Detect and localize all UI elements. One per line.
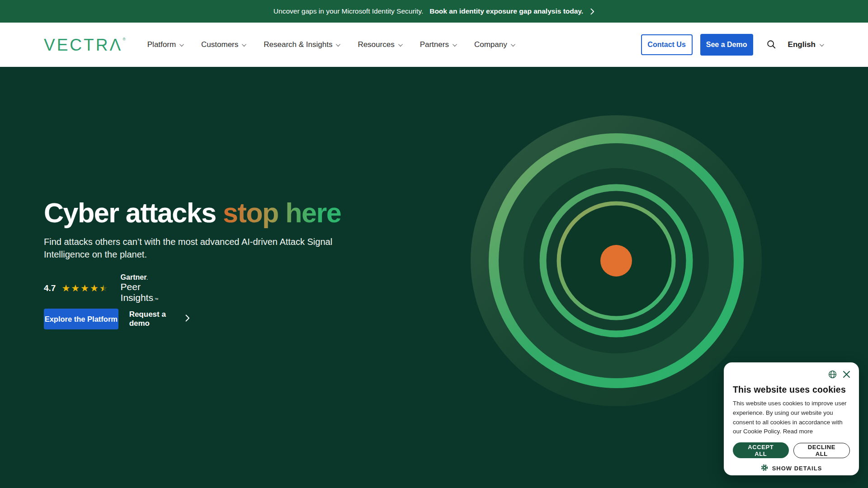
promo-banner-cta[interactable]: Book an identity exposure gap analysis t… [429, 7, 583, 15]
cookie-close-button[interactable] [843, 371, 850, 379]
chevron-down-icon [820, 42, 824, 47]
show-details-button[interactable]: SHOW DETAILS [733, 464, 850, 473]
center-target-dot [600, 245, 632, 277]
main-navbar: VECTRΛ® Platform Customers Research & In… [0, 23, 868, 67]
chevron-down-icon [336, 42, 340, 47]
rating-score: 4.7 [44, 283, 56, 293]
promo-banner-text: Uncover gaps in your Microsoft Identity … [274, 7, 423, 15]
nav-item-company[interactable]: Company [474, 40, 514, 49]
chevron-down-icon [453, 42, 457, 47]
chevron-down-icon [242, 42, 246, 47]
decline-all-button[interactable]: DECLINE ALL [793, 443, 850, 458]
hero-title-gradient: stop here [223, 197, 341, 228]
see-a-demo-button[interactable]: See a Demo [700, 34, 753, 56]
globe-icon [828, 370, 837, 380]
promo-banner: Uncover gaps in your Microsoft Identity … [0, 0, 868, 23]
chevron-down-icon [398, 42, 403, 47]
request-demo-link[interactable]: Request a demo [129, 310, 190, 328]
gartner-peer-insights-logo: Gartner. Peer Insights.™ [121, 273, 159, 303]
chevron-right-icon [185, 314, 190, 324]
vectra-logo-text: VECTRΛ [44, 37, 123, 53]
hero-cta-row: Explore the Platform Request a demo [44, 309, 190, 329]
gartner-rating: 4.7 ★★★★★ ★★★★★ Gartner. Peer Insights.™ [44, 273, 158, 303]
nav-item-research-insights[interactable]: Research & Insights [264, 40, 339, 49]
nav-actions: Contact Us See a Demo English [641, 34, 823, 56]
nav-item-partners[interactable]: Partners [420, 40, 456, 49]
hero-title: Cyber attacks stop here [44, 197, 451, 229]
chevron-down-icon [511, 42, 515, 47]
cookie-body-text: This website uses cookies to improve use… [733, 399, 849, 436]
explore-platform-button[interactable]: Explore the Platform [44, 309, 118, 329]
language-label: English [788, 40, 816, 49]
registered-mark: ® [123, 38, 126, 42]
language-selector[interactable]: English [788, 40, 823, 49]
gear-icon [761, 464, 768, 473]
hero-subtitle: Find attacks others can’t with the most … [44, 236, 348, 261]
nav-menu: Platform Customers Research & Insights R… [147, 40, 514, 49]
search-icon [766, 39, 776, 51]
chevron-right-icon [590, 8, 594, 15]
star-rating-icon: ★★★★★ ★★★★★ [61, 283, 108, 293]
cookie-consent-dialog: This website uses cookies This website u… [724, 362, 859, 475]
search-button[interactable] [766, 39, 776, 51]
cookie-language-button[interactable] [828, 370, 837, 380]
nav-item-platform[interactable]: Platform [147, 40, 183, 49]
read-more-link[interactable]: Read more [783, 428, 813, 435]
cookie-title: This website uses cookies [733, 385, 850, 395]
nav-item-resources[interactable]: Resources [358, 40, 401, 49]
vectra-logo[interactable]: VECTRΛ® [44, 37, 126, 53]
chevron-down-icon [179, 42, 184, 47]
nav-item-customers[interactable]: Customers [201, 40, 245, 49]
close-icon [843, 371, 850, 379]
contact-us-button[interactable]: Contact Us [641, 34, 693, 55]
accept-all-button[interactable]: ACCEPT ALL [733, 442, 789, 458]
